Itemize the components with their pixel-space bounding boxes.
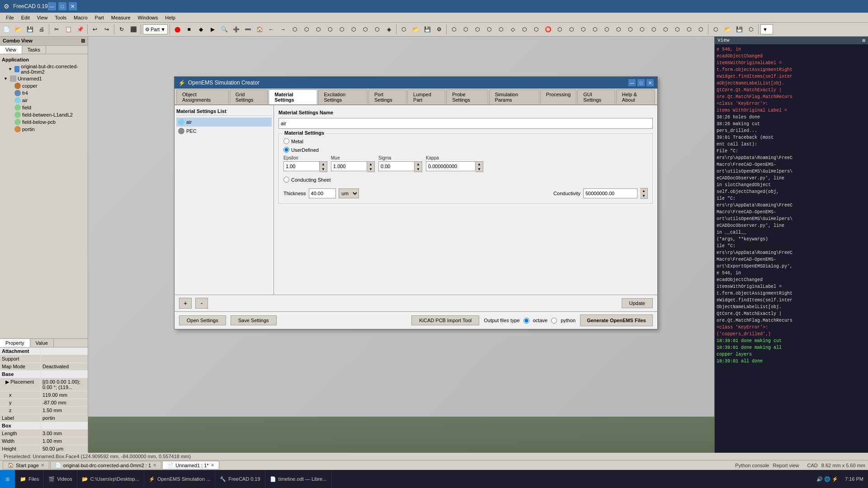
sigma-down[interactable]: ▼ <box>415 167 422 172</box>
tb-r16[interactable]: ⬡ <box>695 24 706 35</box>
tree-item-field-below[interactable]: field-below-pcb <box>2 118 86 126</box>
tab-object-assignments[interactable]: Object Assignments <box>176 89 229 104</box>
tb-right-view[interactable]: ⬡ <box>325 24 335 35</box>
tb-part-op1[interactable]: ⬡ <box>448 24 459 35</box>
material-name-input[interactable] <box>278 118 653 129</box>
save-settings-button[interactable]: Save Settings <box>231 315 277 325</box>
tb-r20[interactable]: ⬡ <box>745 24 756 35</box>
tb-r13[interactable]: ⬡ <box>660 24 671 35</box>
console-output[interactable]: e 546, in ecadObjectChanged itemsWithOri… <box>715 44 868 453</box>
dialog-minimize[interactable]: — <box>628 79 636 86</box>
tb-cut[interactable]: ✂ <box>51 24 62 35</box>
kicad-import-button[interactable]: KiCAD PCB Import Tool <box>411 315 479 325</box>
tb-r11[interactable]: ⬡ <box>637 24 647 35</box>
taskbar-start-button[interactable]: ⊞ <box>0 470 15 488</box>
tb-square[interactable]: ■ <box>184 24 194 35</box>
conductivity-up[interactable]: ▲ <box>640 188 647 193</box>
tb-part-save[interactable]: 💾 <box>422 24 433 35</box>
epsilon-up[interactable]: ▲ <box>320 162 327 167</box>
tb-part-op2[interactable]: ⬡ <box>460 24 471 35</box>
minimize-button[interactable]: — <box>48 2 56 10</box>
tb-r18[interactable]: 📂 <box>722 24 733 35</box>
right-panel-expand[interactable]: ⊞ <box>862 38 865 43</box>
tb-part-extra[interactable]: ⚙ <box>434 24 444 35</box>
workbench-selector[interactable]: ⚙Part▼ <box>143 24 168 34</box>
taskbar-freecad[interactable]: 🔧 FreeCAD 0.19 <box>215 470 265 488</box>
tb-copy[interactable]: 📋 <box>63 24 74 35</box>
tab-lumped-part[interactable]: Lumped Part <box>407 89 445 104</box>
sigma-input[interactable] <box>378 161 415 171</box>
bottom-tab-start[interactable]: 🏠 Start page ✕ <box>3 461 49 469</box>
generate-button[interactable]: Generate OpenEMS Files <box>580 314 653 326</box>
tb-zoom-out[interactable]: ➖ <box>242 24 253 35</box>
dialog-maximize[interactable]: □ <box>637 79 645 86</box>
menu-measure[interactable]: Measure <box>108 14 134 21</box>
tab-gui-settings[interactable]: GUI Settings <box>577 89 615 104</box>
taskbar-libreoffice[interactable]: 📄 timeline.odt — Libre... <box>265 470 332 488</box>
tree-item-air[interactable]: air <box>2 97 86 104</box>
tab-processing[interactable]: Processing <box>540 89 576 104</box>
epsilon-down[interactable]: ▼ <box>320 167 327 172</box>
taskbar-desktop[interactable]: 📂 C:\Users\rp\Desktop... <box>77 470 144 488</box>
combo-tab-tasks[interactable]: Tasks <box>22 46 46 54</box>
thickness-input[interactable] <box>309 188 336 198</box>
report-view-tab[interactable]: Report view <box>773 463 799 468</box>
conductivity-down[interactable]: ▼ <box>640 193 647 198</box>
tab-grid-settings[interactable]: Grid Settings <box>230 89 268 104</box>
python-console-tab[interactable]: Python console <box>735 463 769 468</box>
tb-r10[interactable]: ⬡ <box>625 24 636 35</box>
tb-part-op5[interactable]: ⬡ <box>495 24 506 35</box>
mue-input[interactable] <box>331 161 367 171</box>
tab-excitation-settings[interactable]: Excitation Settings <box>318 89 368 104</box>
add-material-button[interactable]: + <box>179 298 192 309</box>
tb-stop-red[interactable]: ⬤ <box>172 24 183 35</box>
menu-macro[interactable]: Macro <box>70 14 91 21</box>
props-tab-property[interactable]: Property <box>0 339 30 347</box>
taskbar-files[interactable]: 📁 Files <box>15 470 44 488</box>
remove-material-button[interactable]: - <box>195 298 208 309</box>
mue-down[interactable]: ▼ <box>367 167 374 172</box>
tb-undo[interactable]: ↩ <box>90 24 100 35</box>
tb-r8[interactable]: ⬡ <box>601 24 612 35</box>
tb-part-op3[interactable]: ⬡ <box>472 24 483 35</box>
tb-view-9[interactable]: ◈ <box>383 24 394 35</box>
tb-stop[interactable]: ⬛ <box>128 24 139 35</box>
tb-refresh[interactable]: ↻ <box>116 24 127 35</box>
tab-help-about[interactable]: Help & About <box>616 89 655 104</box>
menu-view[interactable]: View <box>33 14 52 21</box>
taskbar-videos[interactable]: 🎬 Videos <box>44 470 77 488</box>
tree-item-unnamed[interactable]: ▼ Unnamed1 <box>2 75 86 82</box>
tb-front-view[interactable]: ⬡ <box>313 24 324 35</box>
tree-item-portin[interactable]: portin <box>2 126 86 133</box>
view-dropdown[interactable]: ▼ <box>760 24 773 34</box>
thickness-unit-select[interactable]: um mm <box>339 188 359 198</box>
close-button[interactable]: ✕ <box>69 2 77 10</box>
tb-view-back[interactable]: ← <box>266 24 277 35</box>
update-button[interactable]: Update <box>622 298 653 308</box>
tb-print[interactable]: 🖨 <box>36 24 47 35</box>
props-tab-value[interactable]: Value <box>30 339 54 347</box>
tb-r19[interactable]: 💾 <box>734 24 745 35</box>
tb-top-view[interactable]: ⬡ <box>301 24 312 35</box>
tb-r4[interactable]: ⬡ <box>554 24 565 35</box>
epsilon-input[interactable] <box>283 161 320 171</box>
unnamed-tab-close[interactable]: ✕ <box>211 463 214 468</box>
mue-up[interactable]: ▲ <box>367 162 374 167</box>
tb-view-5[interactable]: ⬡ <box>336 24 347 35</box>
userdefined-radio[interactable] <box>283 147 289 153</box>
menu-part[interactable]: Part <box>91 14 108 21</box>
tb-play[interactable]: ▶ <box>207 24 218 35</box>
tb-view-6[interactable]: ⬡ <box>348 24 359 35</box>
tb-r6[interactable]: ⬡ <box>578 24 589 35</box>
tb-zoom-fit[interactable]: 🔍 <box>219 24 230 35</box>
tb-r7[interactable]: ⬡ <box>590 24 600 35</box>
tb-r3[interactable]: ⭕ <box>542 24 553 35</box>
python-radio[interactable] <box>551 318 557 324</box>
tree-item-fr4[interactable]: fr4 <box>2 89 86 97</box>
tree-item-field[interactable]: field <box>2 104 86 111</box>
tb-r2[interactable]: ⬡ <box>531 24 542 35</box>
maximize-button[interactable]: □ <box>58 2 66 10</box>
material-item-air[interactable]: air <box>176 117 272 127</box>
tab-probe-settings[interactable]: Probe Settings <box>446 89 488 104</box>
tb-part-op4[interactable]: ⬡ <box>484 24 495 35</box>
